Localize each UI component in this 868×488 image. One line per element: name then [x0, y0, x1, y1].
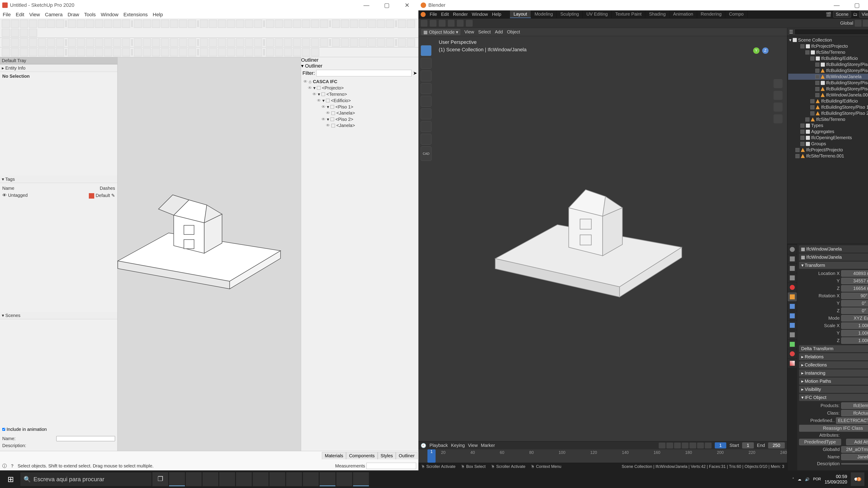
world-tab-icon[interactable] [788, 283, 797, 292]
tab-animation[interactable]: Animation [670, 11, 697, 18]
toolbar-button-icon[interactable] [20, 29, 28, 37]
outliner-item[interactable]: IfcBuildingStorey/Piso 2.001 [788, 110, 868, 116]
visibility-checkbox[interactable] [815, 63, 819, 67]
toolbar-button-icon[interactable] [266, 38, 274, 46]
tray-lang[interactable]: POR [813, 477, 821, 481]
toolbar-button-icon[interactable] [152, 48, 160, 56]
toolbar-button-icon[interactable] [56, 38, 64, 46]
tree-item[interactable]: 👁 ▾ <Edificio> [317, 97, 416, 104]
toolbar-button-icon[interactable] [113, 38, 121, 46]
jump-end-icon[interactable] [705, 443, 712, 449]
toolbar-button-icon[interactable] [170, 20, 178, 28]
tag-row-untagged[interactable]: 👁 Untagged [2, 193, 28, 199]
entity-info-header[interactable]: ▸ Entity Info [0, 64, 117, 72]
start-frame-input[interactable]: 1 [742, 442, 754, 449]
outliner-item[interactable]: Types [788, 123, 868, 129]
toolbar-button-icon[interactable] [122, 20, 130, 28]
visibility-checkbox[interactable] [805, 51, 809, 55]
cursor-tool-icon[interactable] [421, 58, 432, 69]
tree-item[interactable]: 👁 ▾ <Terreno> [312, 91, 416, 97]
toolbar-button-icon[interactable] [161, 48, 169, 56]
toolbar-button-icon[interactable] [113, 48, 121, 56]
rotation-x-input[interactable]: 90° [841, 293, 868, 299]
toolbar-button-icon[interactable] [302, 38, 310, 46]
outliner-root[interactable]: CASCA IFC [313, 79, 337, 84]
task-view-button[interactable]: ❐ [152, 472, 168, 486]
tab-outliner[interactable]: Outliner [396, 452, 417, 459]
rotation-z-input[interactable]: 0° [841, 307, 868, 314]
taskbar-app-icon[interactable] [236, 472, 252, 486]
include-animation-checkbox[interactable] [2, 428, 5, 431]
toolbar-button-icon[interactable] [266, 48, 274, 56]
texture-tab-icon[interactable] [788, 359, 797, 368]
toolbar-button-icon[interactable] [359, 20, 367, 28]
toolbar-button-icon[interactable] [254, 20, 262, 28]
toolbar-button-icon[interactable] [77, 20, 85, 28]
toolbar-button-icon[interactable] [188, 48, 196, 56]
outliner-item[interactable]: IfcBuilding/Edificio [788, 55, 868, 61]
viewlayer-field[interactable]: View Layer [859, 11, 868, 18]
cursor-tool-icon[interactable] [430, 20, 436, 27]
toolbar-button-icon[interactable] [302, 48, 310, 56]
toolbar-button-icon[interactable] [218, 20, 226, 28]
object-menu[interactable]: Object [507, 29, 520, 35]
toolbar-button-icon[interactable] [29, 20, 37, 28]
outliner-item[interactable]: IfcProject/Projecto [788, 147, 868, 153]
taskbar-app-icon[interactable] [219, 472, 235, 486]
toolbar-button-icon[interactable] [47, 38, 55, 46]
taskbar-app-icon[interactable] [286, 472, 302, 486]
toolbar-button-icon[interactable] [377, 20, 385, 28]
outliner-search-input[interactable] [795, 29, 868, 35]
toolbar-button-icon[interactable] [11, 38, 19, 46]
toolbar-button-icon[interactable] [398, 20, 406, 28]
keying-menu[interactable]: Keying [451, 443, 465, 448]
rotation-mode-dropdown[interactable]: XYZ Euler [841, 315, 868, 322]
instancing-header[interactable]: ▸ Instancing [799, 369, 868, 377]
scale-tool-icon[interactable] [421, 96, 432, 107]
toolbar-button-icon[interactable] [368, 20, 376, 28]
material-tab-icon[interactable] [788, 349, 797, 358]
tab-modeling[interactable]: Modeling [531, 11, 557, 18]
taskbar-app-icon[interactable] [169, 472, 185, 486]
minimize-button[interactable]: — [828, 2, 846, 9]
globalid-input[interactable]: 2M_aOTmHn4G.. [841, 446, 868, 453]
toolbar-button-icon[interactable] [56, 20, 64, 28]
minimize-button[interactable]: — [358, 2, 375, 9]
toolbar-button-icon[interactable] [11, 29, 19, 37]
sketchup-viewport[interactable] [118, 57, 301, 451]
play-icon[interactable] [689, 443, 696, 449]
visibility-checkbox[interactable] [800, 124, 804, 128]
outliner-item[interactable]: Aggregates [788, 129, 868, 135]
ifc-object-header[interactable]: ▾ IFC Object [799, 394, 868, 401]
menu-file[interactable]: File [3, 12, 11, 18]
toolbar-button-icon[interactable] [20, 48, 28, 56]
tray-chevron-icon[interactable]: ˄ [792, 477, 794, 482]
toolbar-button-icon[interactable] [407, 20, 415, 28]
toolbar-button-icon[interactable] [2, 20, 10, 28]
output-tab-icon[interactable] [788, 254, 797, 263]
visibility-checkbox[interactable] [815, 81, 819, 85]
toolbar-button-icon[interactable] [47, 20, 55, 28]
visibility-checkbox[interactable] [810, 105, 814, 109]
toolbar-button-icon[interactable] [218, 38, 226, 46]
rotation-y-input[interactable]: 0° [841, 300, 868, 306]
visibility-checkbox[interactable] [810, 99, 814, 103]
data-tab-icon[interactable] [788, 340, 797, 349]
menu-window[interactable]: Window [472, 12, 488, 17]
outliner-filter-input[interactable] [316, 70, 412, 76]
toolbar-button-icon[interactable] [2, 29, 10, 37]
visibility-checkbox[interactable] [796, 148, 800, 152]
toolbar-button-icon[interactable] [341, 20, 349, 28]
toolbar-button-icon[interactable] [200, 20, 208, 28]
marker-menu[interactable]: Marker [481, 443, 495, 448]
tab-components[interactable]: Components [346, 452, 377, 459]
toolbar-button-icon[interactable] [161, 38, 169, 46]
toolbar-button-icon[interactable] [95, 38, 103, 46]
toolbar-button-icon[interactable] [275, 38, 283, 46]
toolbar-button-icon[interactable] [311, 48, 319, 56]
toolbar-button-icon[interactable] [152, 20, 160, 28]
tab-shading[interactable]: Shading [645, 11, 669, 18]
perspective-button-icon[interactable] [774, 114, 782, 123]
mode-dropdown[interactable]: ▦ Object Mode ▾ [421, 29, 460, 35]
outliner-item[interactable]: IfcBuilding/Edificio [788, 98, 868, 104]
